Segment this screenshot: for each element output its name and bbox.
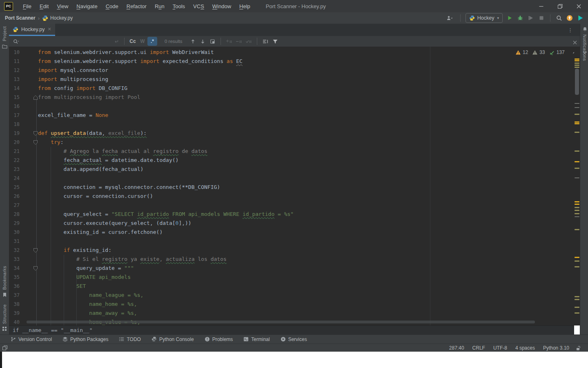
line-number[interactable]: 15 xyxy=(9,93,20,102)
search-history-icon[interactable] xyxy=(11,37,21,46)
line-number[interactable]: 14 xyxy=(9,84,20,93)
menu-code[interactable]: Code xyxy=(102,0,122,12)
menu-navigate[interactable]: Navigate xyxy=(72,0,101,12)
line-number[interactable]: 34 xyxy=(9,264,20,273)
caret-position[interactable]: 287:40 xyxy=(445,345,468,351)
code-line-25[interactable]: 25 connection = mysql.connector.connect(… xyxy=(9,183,574,192)
toolwindow-version-control[interactable]: Version Control xyxy=(11,337,52,342)
stripe-mark[interactable] xyxy=(575,266,579,267)
stripe-mark[interactable] xyxy=(575,60,579,61)
code-line-11[interactable]: 11from selenium.webdriver.support import… xyxy=(9,57,574,66)
stripe-mark[interactable] xyxy=(575,121,579,123)
stripe-mark[interactable] xyxy=(575,63,579,64)
stripe-mark[interactable] xyxy=(575,216,579,217)
toolwindow-python-console[interactable]: Python Console xyxy=(151,337,194,342)
toolwindow-problems[interactable]: Problems xyxy=(205,337,233,342)
sidebar-item-project[interactable]: Project xyxy=(0,26,9,49)
line-number[interactable]: 33 xyxy=(9,255,20,264)
line-number[interactable]: 18 xyxy=(9,120,20,129)
stripe-mark[interactable] xyxy=(575,168,579,169)
stripe-mark[interactable] xyxy=(575,103,579,104)
regex-toggle[interactable]: .* xyxy=(147,37,157,46)
fold-marker-icon[interactable] xyxy=(33,131,38,136)
line-number[interactable]: 21 xyxy=(9,147,20,156)
stripe-mark[interactable] xyxy=(575,204,579,205)
line-number[interactable]: 39 xyxy=(9,309,20,318)
close-icon[interactable] xyxy=(569,0,588,12)
next-problem-icon[interactable] xyxy=(582,50,588,55)
line-number[interactable]: 10 xyxy=(9,48,20,57)
breadcrumb-file[interactable]: Hockey.py xyxy=(50,15,73,21)
menu-edit[interactable]: Edit xyxy=(36,0,53,12)
code-line-29[interactable]: 29 cursor.execute(query_select, (data[0]… xyxy=(9,219,574,228)
line-number[interactable]: 23 xyxy=(9,165,20,174)
line-number[interactable]: 40 xyxy=(9,318,20,325)
tool-window-switcher-icon[interactable] xyxy=(2,345,8,351)
code-line-16[interactable]: 16 xyxy=(9,102,574,111)
code-line-18[interactable]: 18 xyxy=(9,120,574,129)
code-line-20[interactable]: 20 try: xyxy=(9,138,574,147)
user-icon[interactable] xyxy=(443,13,457,23)
tab-hockey-py[interactable]: Hockey.py ✕ xyxy=(9,24,55,36)
line-number[interactable]: 20 xyxy=(9,138,20,147)
line-number[interactable]: 25 xyxy=(9,183,20,192)
code-line-15[interactable]: 15from multiprocessing import Pool xyxy=(9,93,574,102)
code-line-23[interactable]: 23 data.append(fecha_actual) xyxy=(9,165,574,174)
code-line-12[interactable]: 12import mysql.connector xyxy=(9,66,574,75)
menu-tools[interactable]: Tools xyxy=(169,0,189,12)
python-interpreter[interactable]: Python 3.10 xyxy=(539,345,573,351)
fold-marker-icon[interactable] xyxy=(33,248,38,253)
vertical-scrollbar[interactable] xyxy=(575,69,579,95)
toolwindow-python-packages[interactable]: Python Packages xyxy=(62,337,108,342)
line-number[interactable]: 32 xyxy=(9,246,20,255)
toolwindow-terminal[interactable]: Terminal xyxy=(243,337,270,342)
more-options-icon[interactable]: ⋮ xyxy=(568,27,573,33)
stripe-mark[interactable] xyxy=(575,114,579,115)
code-line-21[interactable]: 21 # Agrego la fecha actual al registro … xyxy=(9,147,574,156)
code-line-22[interactable]: 22 fecha_actual = datetime.date.today() xyxy=(9,156,574,165)
stripe-mark[interactable] xyxy=(575,257,579,258)
minimize-icon[interactable] xyxy=(532,0,550,12)
filter-icon[interactable] xyxy=(270,37,280,46)
line-number[interactable]: 24 xyxy=(9,174,20,183)
code-line-31[interactable]: 31 xyxy=(9,237,574,246)
menu-window[interactable]: Window xyxy=(208,0,235,12)
code-line-30[interactable]: 30 existing_id = cursor.fetchone() xyxy=(9,228,574,237)
menu-run[interactable]: Run xyxy=(151,0,169,12)
code-line-34[interactable]: 34 query_update = """ xyxy=(9,264,574,273)
fold-marker-icon[interactable] xyxy=(33,140,38,145)
sidebar-item-bookmarks[interactable]: Bookmarks xyxy=(0,266,9,297)
stripe-mark[interactable] xyxy=(575,229,579,230)
line-number[interactable]: 31 xyxy=(9,237,20,246)
code-editor[interactable]: 10from selenium.webdriver.support.ui imp… xyxy=(9,47,574,325)
code-line-26[interactable]: 26 cursor = connection.cursor() xyxy=(9,192,574,201)
code-line-36[interactable]: 36 SET xyxy=(9,282,574,291)
fold-marker-icon[interactable] xyxy=(33,95,38,100)
stripe-mark[interactable] xyxy=(575,296,579,297)
line-number[interactable]: 27 xyxy=(9,201,20,210)
stripe-mark[interactable] xyxy=(575,132,579,133)
run-icon[interactable] xyxy=(504,13,515,23)
line-number[interactable]: 37 xyxy=(9,291,20,300)
line-number[interactable]: 35 xyxy=(9,273,20,282)
code-line-39[interactable]: 39 name_away = %s, xyxy=(9,309,574,318)
code-line-27[interactable]: 27 xyxy=(9,201,574,210)
toolwindow-services[interactable]: Services xyxy=(281,337,307,342)
line-number[interactable]: 13 xyxy=(9,75,20,84)
menu-file[interactable]: File xyxy=(19,0,36,12)
code-line-33[interactable]: 33 # Si el registro ya existe, actualiza… xyxy=(9,255,574,264)
code-line-37[interactable]: 37 name_league = %s, xyxy=(9,291,574,300)
stripe-mark[interactable] xyxy=(575,65,579,66)
file-encoding[interactable]: UTF-8 xyxy=(489,345,511,351)
line-number[interactable]: 36 xyxy=(9,282,20,291)
tab-close-icon[interactable]: ✕ xyxy=(47,27,51,32)
search-input[interactable] xyxy=(24,38,111,45)
stripe-mark[interactable] xyxy=(575,260,579,262)
menu-help[interactable]: Help xyxy=(235,0,254,12)
code-line-14[interactable]: 14from config import DB_CONFIG xyxy=(9,84,574,93)
line-number[interactable]: 19 xyxy=(9,129,20,138)
lock-icon[interactable] xyxy=(573,346,583,351)
code-line-10[interactable]: 10from selenium.webdriver.support.ui imp… xyxy=(9,48,574,57)
stripe-mark[interactable] xyxy=(575,58,579,60)
stripe-mark[interactable] xyxy=(575,107,579,108)
